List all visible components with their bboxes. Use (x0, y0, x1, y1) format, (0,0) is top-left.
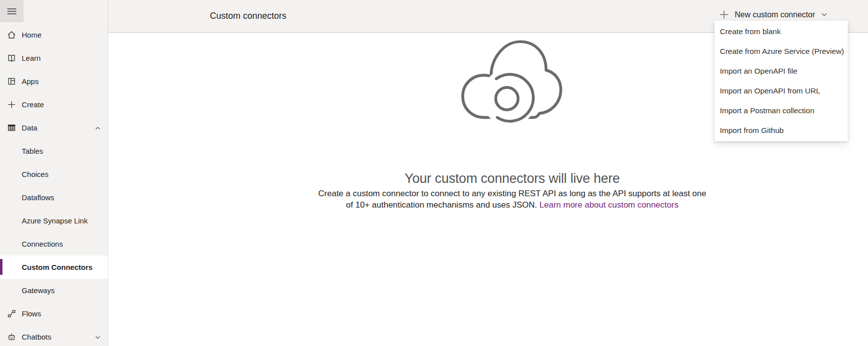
empty-state: Your custom connectors will live here Cr… (318, 33, 707, 211)
description-line2: of 10+ authentication mechanisms and use… (346, 200, 540, 210)
chevron-down-icon[interactable] (94, 334, 101, 341)
hamburger-icon (7, 8, 17, 15)
sidebar-item-label: Custom Connectors (22, 263, 92, 271)
sidebar-item-label: Apps (22, 77, 39, 86)
sidebar: Home Learn (0, 0, 108, 346)
chevron-up-icon[interactable] (94, 125, 101, 131)
menu-item-label: Import a Postman collection (720, 106, 814, 115)
sidebar-item-label: Create (22, 100, 44, 109)
sidebar-item-data[interactable]: Data (0, 116, 108, 139)
main-area: Custom connectors New custom connector (108, 0, 868, 346)
chevron-down-icon (821, 11, 828, 18)
sidebar-item-apps[interactable]: Apps (0, 70, 108, 93)
sidebar-nav: Home Learn (0, 23, 108, 346)
sidebar-item-tables[interactable]: Tables (0, 139, 108, 163)
menu-item-label: Import an OpenAPI from URL (720, 86, 820, 95)
plus-icon (719, 9, 729, 20)
sidebar-item-choices[interactable]: Choices (0, 163, 108, 186)
menu-item-import-postman-collection[interactable]: Import a Postman collection (714, 101, 848, 121)
empty-state-heading: Your custom connectors will live here (405, 170, 620, 187)
sidebar-item-label: Gateways (22, 286, 55, 295)
plus-icon (7, 100, 16, 109)
menu-item-create-from-blank[interactable]: Create from blank (714, 22, 848, 42)
sidebar-item-label: Flows (22, 309, 41, 318)
description-line1: Create a custom connector to connect to … (318, 189, 707, 198)
sidebar-item-learn[interactable]: Learn (0, 46, 108, 70)
table-icon (7, 123, 16, 132)
menu-item-import-from-github[interactable]: Import from Github (714, 121, 848, 140)
bot-icon (7, 332, 16, 342)
menu-item-create-from-azure-service[interactable]: Create from Azure Service (Preview) (714, 42, 848, 61)
home-icon (7, 30, 16, 40)
menu-item-label: Import from Github (720, 126, 784, 135)
sidebar-item-create[interactable]: Create (0, 93, 108, 116)
new-custom-connector-label: New custom connector (735, 10, 815, 19)
hamburger-button[interactable] (0, 0, 24, 22)
cloud-connector-icon (461, 39, 563, 123)
page-title: Custom connectors (210, 11, 286, 21)
sidebar-item-label: Azure Synapse Link (22, 216, 87, 225)
menu-item-label: Create from blank (720, 27, 781, 36)
sidebar-item-custom-connectors[interactable]: Custom Connectors (0, 256, 108, 279)
app-window: Home Learn (0, 0, 868, 346)
book-icon (7, 53, 16, 63)
menu-item-label: Create from Azure Service (Preview) (720, 47, 844, 56)
apps-icon (7, 77, 16, 86)
sidebar-item-chatbots[interactable]: Chatbots (0, 325, 108, 346)
sidebar-item-flows[interactable]: Flows (0, 302, 108, 325)
sidebar-item-connections[interactable]: Connections (0, 232, 108, 256)
menu-item-label: Import an OpenAPI file (720, 67, 797, 76)
sidebar-item-azure-synapse-link[interactable]: Azure Synapse Link (0, 209, 108, 232)
empty-state-description: Create a custom connector to connect to … (318, 188, 707, 211)
sidebar-item-label: Connections (22, 240, 63, 248)
sidebar-item-label: Home (22, 31, 41, 39)
sidebar-item-gateways[interactable]: Gateways (0, 279, 108, 302)
sidebar-item-label: Chatbots (22, 333, 51, 341)
menu-item-import-openapi-url[interactable]: Import an OpenAPI from URL (714, 81, 848, 101)
flow-icon (7, 309, 16, 318)
new-connector-dropdown-menu: Create from blank Create from Azure Serv… (714, 21, 848, 141)
sidebar-item-dataflows[interactable]: Dataflows (0, 186, 108, 209)
sidebar-item-label: Tables (22, 147, 43, 155)
sidebar-item-label: Data (22, 124, 38, 132)
sidebar-item-label: Dataflows (22, 193, 54, 202)
sidebar-item-label: Choices (22, 170, 48, 178)
learn-more-link[interactable]: Learn more about custom connectors (540, 200, 679, 210)
sidebar-item-home[interactable]: Home (0, 23, 108, 46)
sidebar-item-label: Learn (22, 54, 40, 62)
menu-item-import-openapi-file[interactable]: Import an OpenAPI file (714, 61, 848, 81)
